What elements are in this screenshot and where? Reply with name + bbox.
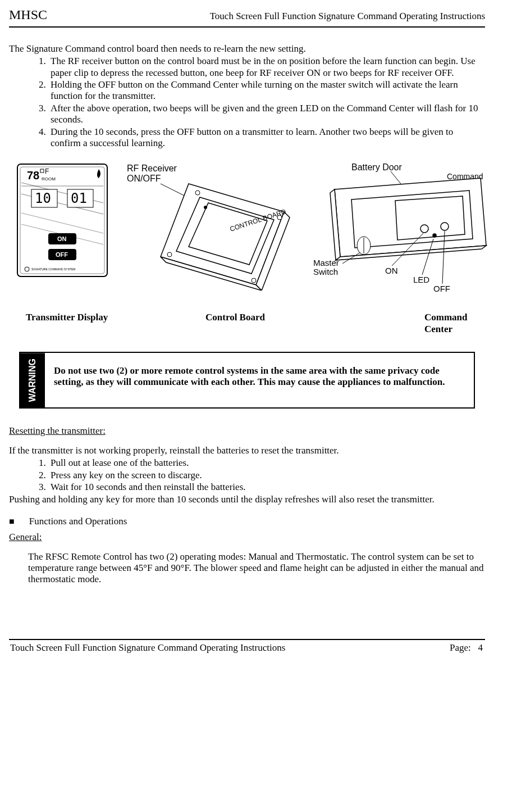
figure-control-board: RF Receiver ON/OFF CONTROL BOARD [121, 161, 301, 291]
list-item: Press any key on the screen to discarge. [48, 470, 485, 481]
functions-heading: Functions and Operations [29, 516, 127, 527]
general-heading: General: [9, 532, 485, 543]
list-item: Pull out at lease one of the batteries. [48, 457, 485, 469]
cc-off-label: OFF [433, 284, 450, 293]
figure-transmitter-display: 78 F ROOM 10 01 ON [15, 161, 110, 279]
txd-temp: 78 [27, 169, 39, 182]
figure-command-center: Battery Door Command Center [312, 161, 494, 296]
footer-rule [9, 639, 485, 640]
svg-point-20 [195, 190, 200, 195]
txd-left-digits: 10 [35, 190, 51, 206]
figure-captions: Transmitter Display Control Board Comman… [9, 312, 485, 335]
txd-brand: SIGNATURE COMMAND SYSTEM [31, 267, 76, 271]
list-item: After the above operation, two beeps wil… [48, 103, 485, 126]
relearn-steps-list: The RF receiver button on the control bo… [9, 56, 485, 149]
reset-outro: Pushing and holding any key for more tha… [9, 494, 485, 505]
txd-right-digits: 01 [71, 190, 87, 206]
svg-point-32 [420, 225, 428, 233]
svg-point-22 [167, 252, 172, 257]
footer-page-label: Page: [450, 642, 471, 653]
svg-point-23 [252, 278, 256, 283]
warning-box: WARNING Do not use two (2) or more remot… [19, 352, 475, 409]
cc-on-label: ON [385, 266, 398, 275]
general-text: The RFSC Remote Control has two (2) oper… [9, 551, 485, 586]
warning-text: Do not use two (2) or more remote contro… [45, 353, 474, 407]
txd-room: ROOM [42, 176, 56, 182]
reset-steps-list: Pull out at lease one of the batteries. … [9, 457, 485, 493]
cc-led-label: LED [413, 275, 429, 284]
svg-point-21 [277, 215, 282, 220]
list-item: The RF receiver button on the control bo… [48, 56, 485, 79]
header-rule [9, 26, 485, 28]
page-footer: Touch Screen Full Function Signature Com… [9, 642, 485, 654]
caption-transmitter-display: Transmitter Display [9, 312, 172, 335]
svg-marker-31 [395, 196, 465, 240]
reset-heading: Resetting the transmitter: [9, 425, 485, 437]
list-item: Wait for 10 seconds and then reinstall t… [48, 482, 485, 493]
page-header: MHSC Touch Screen Full Function Signatur… [9, 7, 485, 25]
footer-right: Page: 4 [450, 642, 483, 654]
command-center-illustration: Battery Door Command Center [312, 161, 494, 296]
caption-control-board: Control Board [172, 312, 363, 335]
reset-intro: If the transmitter is not working proper… [9, 445, 485, 456]
txd-off-label: OFF [56, 251, 68, 258]
functions-bullet-row: ■ Functions and Operations [9, 516, 485, 527]
figures-row: 78 F ROOM 10 01 ON [15, 161, 485, 296]
rf-receiver-label: RF Receiver [127, 164, 177, 173]
control-board-illustration: RF Receiver ON/OFF CONTROL BOARD [121, 161, 301, 291]
footer-left: Touch Screen Full Function Signature Com… [10, 642, 285, 654]
svg-point-33 [441, 223, 449, 230]
master-switch-label-1: Master [313, 258, 339, 267]
caption-command-center: Command Center [363, 312, 485, 335]
svg-point-34 [433, 234, 436, 237]
battery-door-label: Battery Door [351, 162, 402, 172]
square-bullet-icon: ■ [9, 516, 15, 527]
footer-page-number: 4 [478, 642, 483, 653]
warning-tab: WARNING [20, 353, 45, 407]
list-item: During the 10 seconds, press the OFF but… [48, 126, 485, 149]
transmitter-display-illustration: 78 F ROOM 10 01 ON [15, 161, 110, 279]
header-left: MHSC [9, 7, 47, 23]
header-right: Touch Screen Full Function Signature Com… [210, 11, 485, 22]
svg-text:F: F [45, 167, 49, 175]
svg-point-24 [204, 206, 207, 209]
list-item: Holding the OFF button on the Command Ce… [48, 79, 485, 102]
master-switch-label-2: Switch [313, 267, 338, 276]
txd-on-label: ON [57, 235, 67, 242]
relearn-intro: The Signature Command control board then… [9, 43, 485, 55]
rf-onoff-label: ON/OFF [127, 174, 161, 183]
